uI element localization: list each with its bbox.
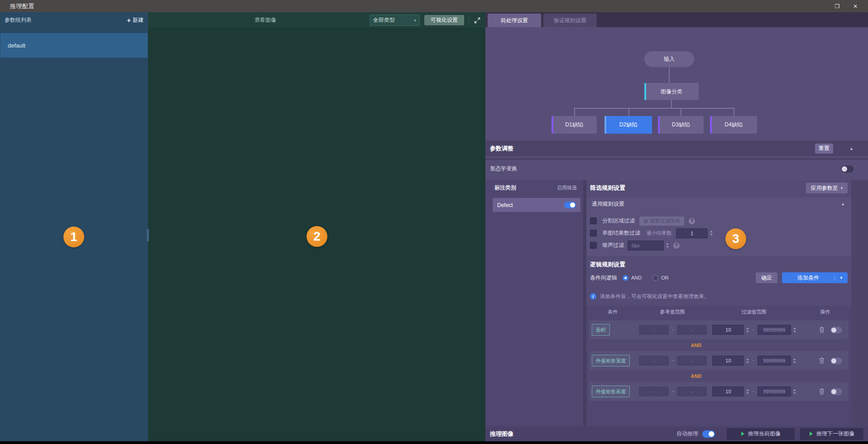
image-view-header: 查看图像 全部类型 ▾ 可视化设置 <box>148 12 485 29</box>
and-radio[interactable] <box>623 275 628 281</box>
noise-filter-input[interactable]: 0px <box>628 241 664 251</box>
flow-node-classify[interactable]: 图像分类 <box>644 83 699 100</box>
label-category-header: 标注类别 启用筛选 <box>485 180 583 195</box>
col-filter-range: 过滤值范围 <box>709 309 799 315</box>
flow-node-d3-label: D3缺陷 <box>672 121 690 129</box>
condition-enable-toggle[interactable] <box>830 388 842 395</box>
reset-button[interactable]: 重置 <box>815 144 833 154</box>
annotation-badge-3: 3 <box>725 228 746 249</box>
flow-node-d4[interactable]: D4缺陷 <box>710 116 757 134</box>
condition-tag-bbox-height[interactable]: 外接矩形高度 <box>592 386 630 397</box>
settings-panel: 前处理设置 验证规则设置 输入 图像分类 D1缺陷 D2缺陷 <box>485 12 868 441</box>
spinner-arrows[interactable] <box>746 389 749 394</box>
spinner-arrows[interactable] <box>666 243 669 248</box>
spinner-arrows[interactable] <box>793 328 796 333</box>
condition-tag-area[interactable]: 面积 <box>592 324 610 336</box>
filter-min-input[interactable]: 10 <box>712 325 744 335</box>
col-ref-range: 参考值范围 <box>636 309 709 315</box>
new-param-group-button[interactable]: + 新建 <box>127 16 144 24</box>
window-controls: ❐ ✕ <box>828 0 864 12</box>
play-icon <box>741 431 745 436</box>
morphology-toggle[interactable] <box>841 165 854 173</box>
param-group-header: 参数组列表 + 新建 <box>0 12 148 28</box>
add-condition-button[interactable]: 添加条件 ▾ <box>782 272 848 283</box>
tab-validation-rules-settings[interactable]: 验证规则设置 <box>543 14 597 27</box>
general-rules-header: 通用规则设置 ▲ <box>586 198 851 210</box>
node-accent-bar <box>604 116 606 134</box>
spinner-arrows[interactable] <box>746 328 749 333</box>
chevron-down-icon: ▾ <box>841 186 843 190</box>
filter-min-input[interactable]: 10 <box>712 386 744 396</box>
set-filter-region-button[interactable]: 设置过滤区域 <box>639 217 684 226</box>
filter-rules-title: 筛选规则设置 <box>590 184 625 192</box>
or-radio-label: OR <box>661 275 669 280</box>
spinner-arrows[interactable] <box>793 389 796 394</box>
flow-node-d3[interactable]: D3缺陷 <box>658 116 704 134</box>
tilde-separator: ~ <box>671 389 674 394</box>
trash-icon[interactable] <box>819 388 825 395</box>
tilde-separator: ~ <box>752 389 754 394</box>
flow-node-d2-selected[interactable]: D2缺陷 <box>604 116 652 134</box>
restore-icon[interactable]: ❐ <box>828 0 846 12</box>
enable-filter-label: 启用筛选 <box>557 184 577 191</box>
annotation-badge-1: 1 <box>63 227 84 247</box>
visualization-settings-button[interactable]: 可视化设置 <box>424 15 464 25</box>
filter-max-input[interactable]: 99999999 <box>758 325 791 335</box>
title-bar: 推理配置 ❐ ✕ <box>0 0 868 12</box>
flow-connector <box>669 67 670 83</box>
run-next-image-button[interactable]: 推理下一张图像 <box>800 428 863 440</box>
run-current-image-button[interactable]: 推理当前图像 <box>727 428 795 440</box>
expand-icon[interactable] <box>474 17 481 24</box>
spinner-arrows[interactable] <box>710 231 713 236</box>
spinner-arrows[interactable] <box>746 358 749 363</box>
spinner-down-icon <box>793 392 796 394</box>
trash-icon[interactable] <box>819 357 825 364</box>
condition-enable-toggle[interactable] <box>830 357 842 364</box>
spinner-arrows[interactable] <box>793 358 796 363</box>
param-group-title: 参数组列表 <box>5 16 32 24</box>
category-defect-toggle[interactable] <box>564 202 576 208</box>
param-group-item-default[interactable]: default <box>0 33 148 58</box>
ref-max-field[interactable]: - <box>677 325 707 335</box>
category-item-defect[interactable]: Defect <box>493 198 580 212</box>
ref-max-field[interactable]: - <box>677 386 707 396</box>
new-button-label: 新建 <box>133 16 144 24</box>
collapse-up-icon[interactable]: ▲ <box>841 202 845 206</box>
close-icon[interactable]: ✕ <box>846 0 864 12</box>
panel-resize-grip[interactable] <box>147 229 149 241</box>
spinner-down-icon <box>746 331 749 333</box>
window-title: 推理配置 <box>0 2 34 10</box>
flow-connector <box>574 108 734 109</box>
apply-params-dropdown[interactable]: 应用参数至 ▾ <box>806 183 848 193</box>
annotation-badge-2: 2 <box>307 226 327 247</box>
noise-filter-checkbox[interactable] <box>590 242 597 249</box>
min-result-label: 最小结果数 <box>647 230 671 236</box>
or-radio[interactable] <box>652 275 658 281</box>
filter-min-input[interactable]: 10 <box>712 356 744 366</box>
confirm-button[interactable]: 确定 <box>756 272 777 283</box>
ref-min-field[interactable]: - <box>639 325 669 335</box>
condition-tag-bbox-width[interactable]: 外接矩形宽度 <box>592 355 630 367</box>
tab-preprocess-settings[interactable]: 前处理设置 <box>488 14 541 27</box>
condition-enable-toggle[interactable] <box>830 327 842 333</box>
ref-min-field[interactable]: - <box>639 386 669 396</box>
collapse-up-icon[interactable]: ▲ <box>849 146 854 151</box>
help-icon[interactable]: ? <box>673 242 680 249</box>
ref-min-field[interactable]: - <box>639 356 669 366</box>
flow-node-d1[interactable]: D1缺陷 <box>551 116 597 134</box>
min-result-input[interactable]: 1 <box>676 228 708 238</box>
auto-inference-toggle[interactable] <box>702 430 715 438</box>
type-filter-dropdown[interactable]: 全部类型 ▾ <box>369 14 420 26</box>
sub-panel-divider <box>583 180 586 426</box>
info-text: 添加条件后，可在可视化设置中查看推理效果。 <box>600 293 710 300</box>
spinner-up-icon <box>793 328 796 329</box>
flow-node-input[interactable]: 输入 <box>644 51 694 67</box>
region-filter-checkbox[interactable] <box>590 217 597 224</box>
trash-icon[interactable] <box>819 327 825 333</box>
help-icon[interactable]: ? <box>689 218 695 224</box>
and-joiner: AND <box>586 339 851 351</box>
ref-max-field[interactable]: - <box>677 356 707 366</box>
filter-max-input[interactable]: 99999999 <box>758 386 791 396</box>
result-count-checkbox[interactable] <box>590 230 597 236</box>
filter-max-input[interactable]: 99999999 <box>758 356 791 366</box>
